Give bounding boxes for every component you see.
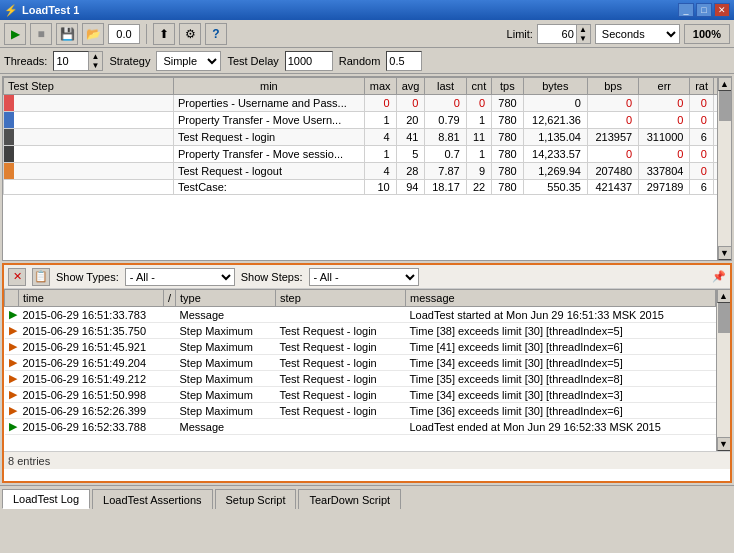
help-button[interactable]: ? xyxy=(205,23,227,45)
row-tps: 550.35 xyxy=(523,180,587,195)
log-row-step: Test Request - login xyxy=(276,403,406,419)
row-max: 5 xyxy=(396,146,425,163)
seconds-select[interactable]: Seconds Minutes Hours xyxy=(595,24,680,44)
percent-button[interactable]: 100% xyxy=(684,24,730,44)
row-err: 6 xyxy=(690,180,714,195)
log-row-step xyxy=(276,307,406,323)
row-last: 1 xyxy=(466,146,491,163)
row-cnt: 780 xyxy=(492,146,524,163)
row-avg: 0.7 xyxy=(425,146,466,163)
tab-loadtest-log[interactable]: LoadTest Log xyxy=(2,489,90,509)
threads-up-button[interactable]: ▲ xyxy=(89,52,101,61)
row-max: 20 xyxy=(396,112,425,129)
log-row-step xyxy=(276,419,406,435)
row-cnt: 780 xyxy=(492,95,524,112)
log-row-icon: ▶ xyxy=(5,339,19,355)
close-button[interactable]: ✕ xyxy=(714,3,730,17)
scroll-thumb[interactable] xyxy=(719,91,731,121)
strategy-select[interactable]: Simple Ramp Up Random xyxy=(156,51,221,71)
main-scrollbar[interactable]: ▲ ▼ xyxy=(717,77,731,260)
settings-button[interactable]: ⚙ xyxy=(179,23,201,45)
row-avg: 0.79 xyxy=(425,112,466,129)
show-types-select[interactable]: - All - xyxy=(125,268,235,286)
row-last: 0 xyxy=(466,95,491,112)
row-cnt: 780 xyxy=(492,180,524,195)
log-row[interactable]: ▶2015-06-29 16:52:26.399Step MaximumTest… xyxy=(5,403,716,419)
row-err: 0 xyxy=(690,146,714,163)
log-scroll-track xyxy=(717,303,730,437)
bottom-tabs: LoadTest LogLoadTest AssertionsSetup Scr… xyxy=(0,485,734,509)
row-bps: 337804 xyxy=(639,163,690,180)
clear-log-button[interactable]: ✕ xyxy=(8,268,26,286)
threads-input[interactable]: 10 xyxy=(53,51,89,71)
log-scrollbar[interactable]: ▲ ▼ xyxy=(716,289,730,451)
counter-input[interactable]: 0.0 xyxy=(108,24,140,44)
play-button[interactable]: ▶ xyxy=(4,23,26,45)
tab-teardown-script[interactable]: TearDown Script xyxy=(298,489,401,509)
row-max: 28 xyxy=(396,163,425,180)
row-color-indicator xyxy=(4,95,174,112)
row-avg: 7.87 xyxy=(425,163,466,180)
col-bytes: bytes xyxy=(523,78,587,95)
stop-button[interactable]: ■ xyxy=(30,23,52,45)
log-row[interactable]: ▶2015-06-29 16:52:33.788MessageLoadTest … xyxy=(5,419,716,435)
log-scroll-thumb[interactable] xyxy=(718,303,730,333)
table-row[interactable]: Property Transfer - Move Usern...1200.79… xyxy=(4,112,731,129)
table-row[interactable]: Test Request - login4418.81117801,135.04… xyxy=(4,129,731,146)
row-last: 9 xyxy=(466,163,491,180)
table-row[interactable]: Properties - Username and Pass...0000780… xyxy=(4,95,731,112)
tab-setup-script[interactable]: Setup Script xyxy=(215,489,297,509)
log-row-icon: ▶ xyxy=(5,355,19,371)
row-err: 0 xyxy=(690,112,714,129)
random-input[interactable]: 0.5 xyxy=(386,51,422,71)
save-button[interactable]: 💾 xyxy=(56,23,78,45)
minimize-button[interactable]: _ xyxy=(678,3,694,17)
log-row-type: Step Maximum xyxy=(176,355,276,371)
log-row[interactable]: ▶2015-06-29 16:51:50.998Step MaximumTest… xyxy=(5,387,716,403)
log-scroll-down-button[interactable]: ▼ xyxy=(717,437,731,451)
limit-down-button[interactable]: ▼ xyxy=(577,34,589,43)
open-button[interactable]: 📂 xyxy=(82,23,104,45)
limit-input[interactable]: 60 xyxy=(537,24,577,44)
log-col-step: step xyxy=(276,290,406,307)
limit-spin-group: 60 ▲ ▼ xyxy=(537,24,591,44)
export-button[interactable]: ⬆ xyxy=(153,23,175,45)
show-steps-select[interactable]: - All - xyxy=(309,268,419,286)
log-row[interactable]: ▶2015-06-29 16:51:33.783MessageLoadTest … xyxy=(5,307,716,323)
random-label: Random xyxy=(339,55,381,67)
tabs-container: LoadTest LogLoadTest AssertionsSetup Scr… xyxy=(2,489,403,509)
log-row[interactable]: ▶2015-06-29 16:51:45.921Step MaximumTest… xyxy=(5,339,716,355)
log-col-message: message xyxy=(406,290,716,307)
scroll-down-button[interactable]: ▼ xyxy=(718,246,732,260)
maximize-button[interactable]: □ xyxy=(696,3,712,17)
log-scroll-up-button[interactable]: ▲ xyxy=(717,289,731,303)
row-step-name: Property Transfer - Move Usern... xyxy=(174,112,365,129)
row-color-indicator xyxy=(4,163,174,180)
log-row[interactable]: ▶2015-06-29 16:51:49.204Step MaximumTest… xyxy=(5,355,716,371)
log-row-sort xyxy=(164,339,176,355)
threads-label: Threads: xyxy=(4,55,47,67)
log-row-icon: ▶ xyxy=(5,307,19,323)
log-row-message: Time [34] exceeds limit [30] [threadInde… xyxy=(406,355,716,371)
row-last: 11 xyxy=(466,129,491,146)
threads-down-button[interactable]: ▼ xyxy=(89,61,101,70)
log-row-step: Test Request - login xyxy=(276,355,406,371)
log-table-container: time / type step message ▶2015-06-29 16:… xyxy=(4,289,730,451)
table-row[interactable]: Test Request - logout4287.8797801,269.94… xyxy=(4,163,731,180)
testdelay-input[interactable]: 1000 xyxy=(285,51,333,71)
log-row[interactable]: ▶2015-06-29 16:51:35.750Step MaximumTest… xyxy=(5,323,716,339)
log-row-step: Test Request - login xyxy=(276,339,406,355)
limit-up-button[interactable]: ▲ xyxy=(577,25,589,34)
log-row-message: Time [38] exceeds limit [30] [threadInde… xyxy=(406,323,716,339)
tab-loadtest-assertions[interactable]: LoadTest Assertions xyxy=(92,489,212,509)
table-row[interactable]: Property Transfer - Move sessio...150.71… xyxy=(4,146,731,163)
scroll-up-button[interactable]: ▲ xyxy=(718,77,732,91)
col-cnt: cnt xyxy=(466,78,491,95)
row-tps: 0 xyxy=(523,95,587,112)
table-row[interactable]: TestCase:109418.1722780550.3542143729718… xyxy=(4,180,731,195)
log-row[interactable]: ▶2015-06-29 16:51:49.212Step MaximumTest… xyxy=(5,371,716,387)
col-last: last xyxy=(425,78,466,95)
log-row-type: Message xyxy=(176,419,276,435)
row-tps: 1,135.04 xyxy=(523,129,587,146)
export-log-button[interactable]: 📋 xyxy=(32,268,50,286)
